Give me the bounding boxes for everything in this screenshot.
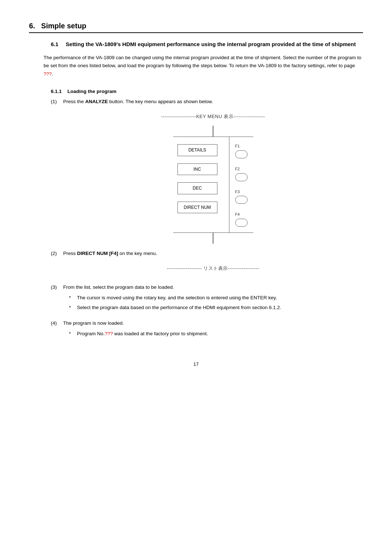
f4-label: F4	[235, 211, 240, 218]
f4-button	[235, 219, 248, 227]
subsection-number: 6.1	[51, 41, 58, 47]
subsubsection-6-1-1: 6.1.1 Loading the program (1) Press the …	[29, 89, 363, 340]
menu-button-inc: INC	[177, 163, 217, 175]
subsubsection-title: Loading the program	[68, 89, 117, 94]
step-2-num: (2)	[51, 250, 61, 258]
subsection-title: Setting the VA-1809's HDMI equipment per…	[66, 41, 356, 47]
key-menu-diagram: DETAILS INC DEC DIRECT NUM	[63, 126, 363, 244]
note-1-text: The cursor is moved using the rotary key…	[77, 294, 277, 302]
section-number: 6.	[29, 22, 35, 30]
note-3-text: Program No.??? was loaded at the factory…	[77, 330, 208, 338]
note-ref2: ???	[105, 331, 113, 336]
step-4-text: The program is now loaded.	[63, 320, 124, 326]
page-number: 17	[193, 361, 199, 367]
page-footer: 17	[29, 361, 363, 367]
step-4: (4) The program is now loaded. * Program…	[51, 319, 363, 340]
note-2-text: Select the program data based on the per…	[77, 304, 281, 312]
f3-button	[235, 196, 248, 204]
note-star-1: *	[69, 294, 74, 302]
diagram1-label: --------------------KEY MENU 表示---------…	[63, 113, 363, 121]
f1-button	[235, 150, 248, 158]
step-1: (1) Press the ANALYZE button. The key me…	[51, 98, 363, 244]
section-title: Simple setup	[41, 22, 86, 30]
step-1-num: (1)	[51, 98, 61, 106]
step-4-num: (4)	[51, 319, 61, 328]
step-3-notes: * The cursor is moved using the rotary k…	[69, 294, 363, 312]
step-1-text: Press the ANALYZE button. The key menu a…	[63, 99, 213, 104]
note-star-3: *	[69, 330, 74, 338]
step-3-num: (3)	[51, 283, 61, 292]
f2-label: F2	[235, 166, 240, 173]
subsubsection-number: 6.1.1	[51, 89, 62, 94]
f1-label: F1	[235, 143, 240, 150]
step-4-notes: * Program No.??? was loaded at the facto…	[69, 330, 363, 338]
intro-suffix: .	[52, 71, 53, 77]
step-3: (3) From the list, select the program da…	[51, 283, 363, 313]
subsection-6-1: 6.1 Setting the VA-1809's HDMI equipment…	[29, 40, 363, 78]
menu-button-details: DETAILS	[177, 144, 217, 156]
f2-button	[235, 173, 248, 181]
intro-ref: ???	[44, 71, 52, 77]
menu-button-dec: DEC	[177, 182, 217, 194]
intro-text: The performance of the VA-1809 can be ch…	[44, 55, 362, 69]
menu-button-directnum: DIRECT NUM	[177, 202, 217, 213]
f3-label: F3	[235, 189, 240, 195]
step-2: (2) Press DIRECT NUM [F4] on the key men…	[51, 250, 363, 278]
diagram2-label: -------------------- リスト表示--------------…	[63, 264, 363, 272]
note-star-2: *	[69, 304, 74, 312]
step-3-text: From the list, select the program data t…	[63, 284, 174, 290]
step-2-text: Press DIRECT NUM [F4] on the key menu.	[63, 251, 157, 256]
section-heading: 6. Simple setup	[29, 22, 363, 33]
